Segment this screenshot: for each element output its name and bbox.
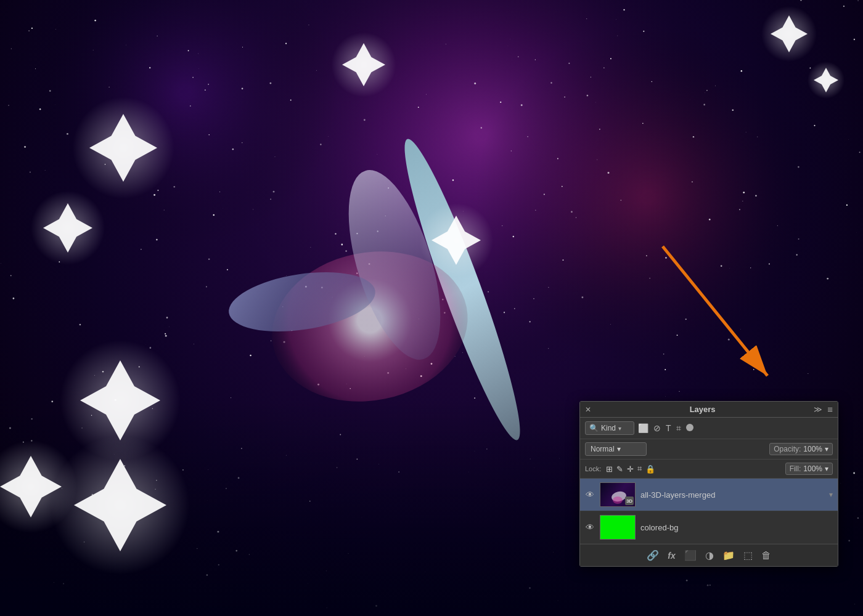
layer-item-bg[interactable]: 👁 colored-bg	[580, 511, 838, 544]
opacity-value: 100%	[803, 445, 822, 453]
lock-paint-icon[interactable]: ✎	[616, 464, 623, 474]
filter-adjustment-icon[interactable]	[686, 423, 693, 433]
new-layer-icon[interactable]: ⬚	[743, 549, 753, 561]
blend-chevron: ▾	[617, 445, 621, 453]
lock-artboard-icon[interactable]: ⌗	[637, 464, 642, 474]
fill-label: Fill:	[790, 464, 801, 473]
panel-collapse-icon[interactable]: ≫	[814, 405, 822, 414]
lock-label: Lock:	[585, 465, 601, 472]
layer-visibility-bg[interactable]: 👁	[585, 522, 595, 532]
filter-text-icon[interactable]: T	[666, 423, 671, 433]
layers-panel: ✕ Layers ≫ ≡ 🔍 Kind ▾ ⬜ ⊘ T ⌗ Normal ▾	[579, 401, 838, 567]
delete-layer-icon[interactable]: 🗑	[761, 550, 771, 561]
panel-close-icon[interactable]: ✕	[585, 405, 591, 414]
panel-menu-icon[interactable]: ≡	[827, 404, 833, 415]
group-icon[interactable]: 📁	[722, 549, 735, 561]
fx-icon[interactable]: fx	[668, 551, 675, 561]
filter-circle-icon[interactable]: ⊘	[653, 423, 661, 433]
filter-icons-group: ⬜ ⊘ T ⌗	[638, 423, 833, 434]
layer-green-fill	[600, 516, 635, 539]
filter-shape-icon[interactable]: ⌗	[676, 423, 681, 434]
kind-label: Kind	[601, 424, 616, 432]
fill-control[interactable]: Fill: 100% ▾	[785, 463, 833, 475]
fill-value: 100%	[803, 464, 822, 473]
panel-title: Layers	[690, 405, 716, 414]
kind-chevron: ▾	[618, 425, 621, 432]
filter-image-icon[interactable]: ⬜	[638, 423, 648, 433]
kind-dropdown[interactable]: 🔍 Kind ▾	[585, 421, 634, 435]
lock-transparent-icon[interactable]: ⊞	[606, 464, 613, 474]
lock-move-icon[interactable]: ✛	[627, 464, 634, 474]
layer-visibility-3d[interactable]: 👁	[585, 490, 595, 500]
layer-3d-badge: 3D	[625, 496, 634, 505]
adjustment-icon[interactable]: ◑	[705, 549, 714, 561]
lock-icons-group: ⊞ ✎ ✛ ⌗ 🔒	[606, 464, 655, 474]
link-layers-icon[interactable]: 🔗	[647, 549, 659, 561]
layer-name-3d: all-3D-layers-merged	[640, 490, 824, 500]
lock-all-icon[interactable]: 🔒	[645, 464, 655, 474]
panel-top-bar: ✕ Layers ≫ ≡	[580, 402, 838, 418]
layer-name-bg: colored-bg	[640, 523, 833, 532]
blend-mode-dropdown[interactable]: Normal ▾	[585, 442, 647, 456]
opacity-chevron: ▾	[825, 445, 828, 453]
opacity-control[interactable]: Opacity: 100% ▾	[769, 443, 833, 455]
fill-chevron: ▾	[825, 464, 828, 473]
panel-footer: 🔗 fx ⬛ ◑ 📁 ⬚ 🗑	[580, 544, 838, 566]
lock-fill-row: Lock: ⊞ ✎ ✛ ⌗ 🔒 Fill: 100% ▾	[580, 460, 838, 479]
layer-expand-3d[interactable]: ▾	[829, 490, 833, 499]
layer-item-3d[interactable]: 👁 3D all-3D-layers-merged ▾	[580, 479, 838, 511]
layer-mask-icon[interactable]: ⬛	[684, 549, 697, 561]
filter-toolbar: 🔍 Kind ▾ ⬜ ⊘ T ⌗	[580, 418, 838, 439]
blend-opacity-row: Normal ▾ Opacity: 100% ▾	[580, 439, 838, 460]
layer-thumb-3d: 3D	[600, 482, 636, 507]
layer-thumb-bg	[600, 515, 636, 540]
blend-mode-value: Normal	[591, 445, 615, 453]
opacity-label: Opacity:	[774, 445, 801, 453]
